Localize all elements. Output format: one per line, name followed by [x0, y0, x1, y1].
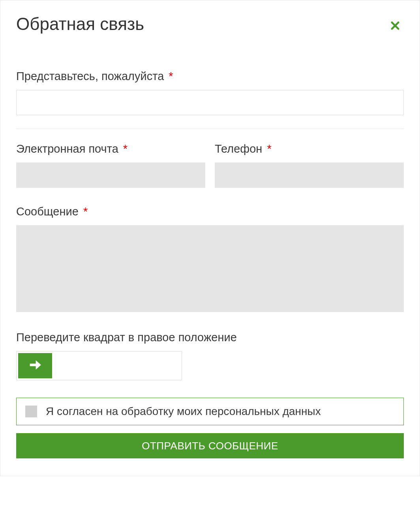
required-mark: *: [123, 142, 128, 155]
captcha-handle[interactable]: [18, 353, 52, 378]
required-mark: *: [83, 205, 88, 218]
feedback-modal: Обратная связь Представьтесь, пожалуйста…: [0, 0, 420, 476]
consent-text: Я согласен на обработку моих персональны…: [46, 405, 321, 418]
close-icon: [390, 20, 401, 31]
name-label-text: Представьтесь, пожалуйста: [16, 70, 164, 82]
captcha-block: Переведите квадрат в правое положение: [16, 331, 404, 380]
phone-column: Телефон *: [215, 142, 404, 188]
name-label: Представьтесь, пожалуйста *: [16, 70, 404, 83]
email-label: Электронная почта *: [16, 142, 205, 155]
consent-box: Я согласен на обработку моих персональны…: [16, 398, 404, 425]
close-button[interactable]: [386, 17, 404, 34]
required-mark: *: [169, 70, 173, 82]
divider: [16, 129, 404, 129]
form-body: Представьтесь, пожалуйста * Электронная …: [16, 70, 404, 458]
arrow-right-icon: [27, 357, 43, 374]
consent-checkbox[interactable]: [25, 406, 37, 417]
message-block: Сообщение *: [16, 205, 404, 314]
captcha-track[interactable]: [16, 351, 182, 380]
contact-row: Электронная почта * Телефон *: [16, 142, 404, 188]
modal-header: Обратная связь: [16, 15, 404, 34]
phone-label: Телефон *: [215, 142, 404, 155]
message-label: Сообщение *: [16, 205, 404, 218]
email-column: Электронная почта *: [16, 142, 205, 188]
modal-title: Обратная связь: [16, 15, 144, 34]
name-input[interactable]: [16, 90, 404, 115]
email-input[interactable]: [16, 163, 205, 188]
required-mark: *: [267, 142, 271, 155]
captcha-label: Переведите квадрат в правое положение: [16, 331, 404, 344]
message-textarea[interactable]: [16, 225, 404, 312]
message-label-text: Сообщение: [16, 205, 79, 218]
email-label-text: Электронная почта: [16, 142, 118, 155]
submit-button[interactable]: ОТПРАВИТЬ СООБЩЕНИЕ: [16, 433, 404, 458]
phone-input[interactable]: [215, 163, 404, 188]
phone-label-text: Телефон: [215, 142, 262, 155]
